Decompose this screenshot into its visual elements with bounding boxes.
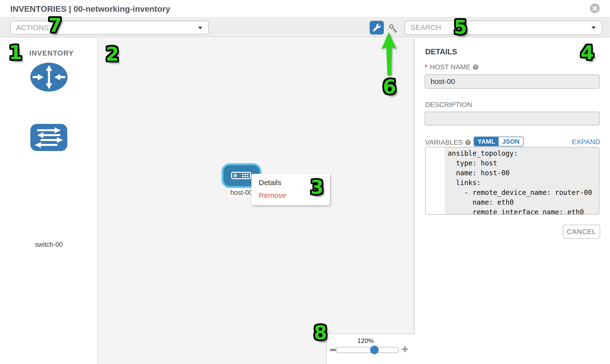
zoom-slider-track[interactable] <box>336 347 399 353</box>
variables-format-toggle: YAML JSON <box>474 137 524 146</box>
variables-label: VARIABLES <box>425 139 463 146</box>
editor-line: 7 remote_interface_name: eth0 <box>426 207 599 215</box>
page-header: INVENTORIES | 00-networking-inventory <box>0 0 610 18</box>
search-dropdown-label: SEARCH <box>411 21 441 34</box>
zoom-in-button[interactable]: + <box>402 343 408 355</box>
help-icon[interactable]: ? <box>465 140 471 145</box>
required-asterisk: * <box>425 63 427 71</box>
zoom-slider-handle[interactable] <box>370 346 379 354</box>
variables-code-editor[interactable]: 1ansible_topology: 2 type: host 3 name: … <box>425 147 599 215</box>
annotation-6: 6 <box>383 77 396 96</box>
palette-item-switch[interactable]: switch-00 <box>0 124 98 152</box>
toolbar: ACTIONS SEARCH <box>0 18 610 37</box>
palette-item-label: switch-00 <box>0 241 98 248</box>
host-name-input[interactable] <box>425 74 600 89</box>
annotation-7: 7 <box>49 16 62 35</box>
expand-link[interactable]: EXPAND <box>572 138 600 146</box>
zoom-control-panel: 120% + <box>326 334 415 364</box>
editor-line: 6 name: eth0 <box>426 197 599 207</box>
actions-dropdown-label: ACTIONS <box>16 21 49 34</box>
annotation-8: 8 <box>314 323 327 342</box>
chevron-down-icon <box>198 27 202 29</box>
cancel-button[interactable]: CANCEL <box>563 225 600 239</box>
details-panel: DETAILS * HOST NAME ? DESCRIPTION VARIAB… <box>415 38 610 364</box>
host-name-label-row: * HOST NAME ? <box>425 63 478 71</box>
description-input[interactable] <box>425 112 600 126</box>
switch-icon <box>30 124 67 151</box>
inventory-topology-app: INVENTORIES | 00-networking-inventory AC… <box>0 0 610 364</box>
details-heading: DETAILS <box>425 48 457 56</box>
breadcrumb-title: INVENTORIES | 00-networking-inventory <box>10 0 170 18</box>
annotation-4: 4 <box>581 43 594 62</box>
annotation-2: 2 <box>106 45 119 64</box>
palette-item-router[interactable]: router-00 <box>0 62 98 93</box>
editor-line: 4 links: <box>426 178 599 188</box>
editor-line: 3 name: host-00 <box>426 168 599 178</box>
router-icon <box>30 62 68 92</box>
host-node-label: host-00 <box>230 188 253 197</box>
editor-line: 5 - remote_device_name: router-00 <box>426 188 599 197</box>
toggle-json[interactable]: JSON <box>499 137 523 146</box>
annotation-1: 1 <box>9 43 22 62</box>
editor-line: 1ansible_topology: <box>426 149 599 158</box>
help-icon[interactable]: ? <box>473 64 478 70</box>
palette-heading: INVENTORY <box>29 49 74 57</box>
annotation-3: 3 <box>310 178 324 197</box>
close-icon[interactable] <box>590 3 600 13</box>
green-up-arrow-icon <box>379 31 400 77</box>
toggle-yaml[interactable]: YAML <box>474 137 499 146</box>
chevron-down-icon <box>591 26 596 29</box>
inventory-palette-sidebar: INVENTORY router-00 <box>0 38 98 364</box>
host-icon <box>231 172 251 179</box>
actions-dropdown[interactable]: ACTIONS <box>10 21 209 35</box>
annotation-5: 5 <box>454 18 467 37</box>
editor-line: 2 type: host <box>426 158 599 168</box>
zoom-level-value: 120% <box>326 337 405 345</box>
wrench-icon <box>373 24 381 32</box>
host-name-label: HOST NAME <box>430 63 470 71</box>
topology-canvas[interactable]: host-00 Details Remove 120% + <box>98 38 415 364</box>
description-label: DESCRIPTION <box>425 101 472 109</box>
search-dropdown[interactable]: SEARCH <box>405 21 602 35</box>
variables-label-row: VARIABLES ? <box>425 139 471 146</box>
